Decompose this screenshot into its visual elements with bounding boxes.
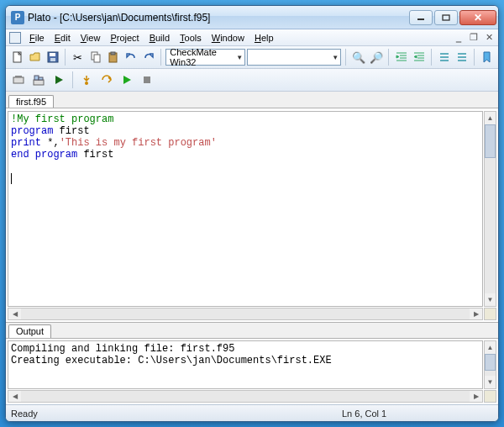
config-select[interactable]: CheckMate Win32 ▼ — [165, 49, 245, 66]
copy-button[interactable] — [87, 48, 103, 66]
status-ready: Ready — [11, 409, 38, 419]
code-keyword: end program — [11, 149, 77, 161]
build-button[interactable] — [29, 71, 48, 89]
editor-vscrollbar[interactable]: ▲ ▼ — [484, 111, 496, 307]
continue-button[interactable] — [118, 71, 136, 89]
bookmark-button[interactable] — [479, 48, 495, 66]
svg-rect-5 — [50, 58, 55, 61]
menu-window[interactable]: Window — [207, 32, 249, 44]
mdi-minimize-icon[interactable]: ‗ — [451, 32, 466, 43]
minimize-button[interactable] — [409, 10, 433, 25]
mdi-close-icon[interactable]: ✕ — [481, 32, 496, 43]
comment-button[interactable] — [436, 48, 452, 66]
scroll-down-icon[interactable]: ▼ — [485, 376, 496, 388]
mdi-restore-icon[interactable]: ❐ — [466, 32, 481, 43]
menu-file[interactable]: File — [24, 32, 50, 44]
menu-tools[interactable]: Tools — [175, 32, 207, 44]
editor-tabstrip: first.f95 — [6, 92, 498, 108]
svg-rect-22 — [144, 76, 150, 83]
code-string: 'This is my first program' — [60, 137, 217, 149]
statusbar: Ready Ln 6, Col 1 — [6, 404, 498, 421]
menu-project[interactable]: Project — [105, 32, 144, 44]
scroll-right-icon[interactable]: ▶ — [470, 391, 482, 402]
main-toolbar: ✂ CheckMate Win32 ▼ ▼ 🔍 🔎 — [6, 46, 498, 69]
paste-button[interactable] — [105, 48, 121, 66]
new-file-button[interactable] — [9, 48, 25, 66]
window-title: Plato - [C:\Users\jan\Documents\first.f9… — [28, 12, 409, 24]
save-button[interactable] — [45, 48, 60, 66]
code-comment: !My first program — [11, 113, 113, 125]
scroll-up-icon[interactable]: ▲ — [485, 112, 496, 124]
scroll-left-icon[interactable]: ◀ — [8, 391, 21, 402]
scroll-down-icon[interactable]: ▼ — [485, 293, 496, 306]
app-window: P Plato - [C:\Users\jan\Documents\first.… — [5, 5, 499, 422]
doc-icon — [9, 32, 21, 44]
redo-button[interactable] — [140, 48, 156, 66]
svg-rect-1 — [443, 15, 449, 20]
code-keyword: print — [11, 137, 41, 149]
uncomment-button[interactable] — [454, 48, 470, 66]
scrollbar-thumb[interactable] — [485, 354, 496, 371]
build-toolbar — [6, 69, 498, 92]
svg-rect-7 — [94, 55, 100, 62]
editor-pane: !My first program program first print *,… — [6, 108, 498, 322]
cut-button[interactable]: ✂ — [70, 48, 86, 66]
code-editor[interactable]: !My first program program first print *,… — [8, 111, 483, 307]
svg-point-21 — [85, 82, 88, 85]
close-button[interactable]: ✕ — [459, 10, 496, 25]
output-text[interactable]: Compiling and linking file: first.f95 Cr… — [8, 340, 483, 389]
scrollbar-thumb[interactable] — [485, 124, 496, 158]
dropdown-icon: ▼ — [236, 54, 243, 61]
target-select[interactable]: ▼ — [247, 49, 341, 66]
svg-rect-17 — [15, 76, 22, 77]
text-cursor — [11, 173, 12, 184]
step-into-button[interactable] — [77, 71, 96, 89]
open-file-button[interactable] — [27, 48, 43, 66]
svg-rect-9 — [111, 52, 115, 55]
scroll-up-icon[interactable]: ▲ — [485, 341, 496, 354]
dropdown-icon: ▼ — [332, 54, 339, 61]
indent-button[interactable] — [393, 48, 409, 66]
svg-rect-16 — [13, 77, 24, 83]
app-icon: P — [11, 11, 24, 24]
output-section: Output Compiling and linking file: first… — [6, 322, 498, 404]
scroll-right-icon[interactable]: ▶ — [470, 308, 482, 319]
output-hscrollbar[interactable]: ◀ ▶ — [8, 390, 483, 403]
menu-help[interactable]: Help — [249, 32, 279, 44]
editor-hscrollbar[interactable]: ◀ ▶ — [8, 308, 483, 320]
svg-rect-4 — [50, 53, 55, 56]
code-keyword: program — [11, 125, 53, 137]
output-vscrollbar[interactable]: ▲ ▼ — [484, 340, 496, 389]
stop-button[interactable] — [138, 71, 156, 89]
status-position: Ln 6, Col 1 — [342, 409, 417, 419]
output-tab[interactable]: Output — [8, 324, 51, 338]
menu-build[interactable]: Build — [144, 32, 175, 44]
undo-button[interactable] — [123, 48, 139, 66]
svg-rect-19 — [34, 76, 39, 80]
mdi-controls: ‗ ❐ ✕ — [451, 32, 496, 43]
find-in-files-button[interactable]: 🔎 — [368, 48, 384, 66]
outdent-button[interactable] — [411, 48, 427, 66]
svg-rect-20 — [39, 77, 43, 80]
menu-edit[interactable]: Edit — [50, 32, 76, 44]
svg-rect-18 — [34, 80, 44, 85]
scroll-corner — [484, 308, 496, 320]
run-button[interactable] — [50, 71, 68, 89]
file-tab[interactable]: first.f95 — [8, 95, 54, 108]
step-over-button[interactable] — [97, 71, 116, 89]
scroll-left-icon[interactable]: ◀ — [8, 308, 21, 319]
config-value: CheckMate Win32 — [170, 47, 233, 67]
maximize-button[interactable] — [434, 10, 458, 25]
menu-view[interactable]: View — [76, 32, 106, 44]
scroll-corner — [484, 390, 496, 403]
menubar: File Edit View Project Build Tools Windo… — [6, 29, 498, 46]
titlebar: P Plato - [C:\Users\jan\Documents\first.… — [6, 6, 498, 29]
find-button[interactable]: 🔍 — [350, 48, 366, 66]
compile-button[interactable] — [9, 71, 28, 89]
